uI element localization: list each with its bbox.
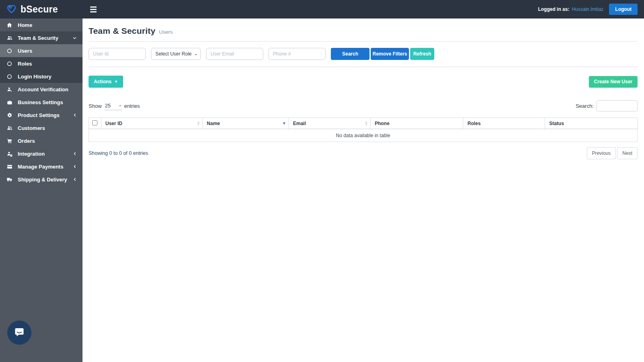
sidebar-item-shipping-delivery[interactable]: Shipping & Delivery	[0, 173, 83, 186]
sidebar-item-label: Users	[18, 48, 32, 54]
chevron-left-icon	[73, 177, 77, 181]
sidebar-item-label: Integration	[18, 151, 45, 157]
sidebar-item-label: Home	[18, 22, 32, 28]
sidebar-item-label: Roles	[18, 61, 32, 67]
divider	[89, 66, 638, 67]
toolbar: Actions ▼ Create New User	[89, 76, 638, 88]
sidebar: Home Team & Security Users Roles Login H…	[0, 19, 83, 362]
empty-table-message: No data available in table	[89, 129, 638, 142]
filter-bar: Select User Roles ⌄ Search Remove Filter…	[89, 48, 638, 60]
entries-label: entries	[124, 103, 140, 109]
sidebar-item-team-security[interactable]: Team & Security	[0, 31, 83, 44]
credit-card-icon	[6, 164, 13, 170]
column-header-name[interactable]: Name ▲▼	[202, 118, 289, 129]
breadcrumb: Team & Security Users	[89, 26, 638, 36]
sidebar-item-label: Shipping & Delivery	[18, 177, 67, 183]
user-id-input[interactable]	[89, 48, 146, 60]
search-button[interactable]: Search	[331, 48, 369, 60]
sidebar-item-integration[interactable]: Integration	[0, 147, 83, 160]
empty-table-row: No data available in table	[89, 129, 638, 142]
sidebar-item-label: Orders	[18, 138, 35, 144]
sidebar-item-label: Product Settings	[18, 112, 60, 118]
circle-icon	[6, 61, 13, 67]
truck-icon	[6, 177, 13, 183]
hamburger-menu-icon[interactable]	[90, 6, 97, 12]
column-header-phone[interactable]: Phone ▲▼	[370, 118, 463, 129]
entries-summary: Showing 0 to 0 of 0 entries	[89, 150, 148, 156]
logout-button[interactable]: Logout	[609, 4, 638, 15]
sidebar-item-label: Account Verification	[18, 86, 68, 93]
create-new-user-button[interactable]: Create New User	[589, 76, 638, 88]
sidebar-item-label: Login History	[18, 74, 52, 80]
user-roles-select[interactable]: Select User Roles ⌄	[151, 48, 201, 60]
chat-bubble-icon	[13, 325, 26, 340]
caret-down-icon: ▼	[114, 80, 118, 84]
sidebar-item-label: Customers	[18, 125, 45, 131]
chevron-down-icon	[72, 36, 77, 40]
briefcase-icon	[6, 99, 13, 105]
sidebar-item-home[interactable]: Home	[0, 19, 83, 31]
chevron-left-icon	[73, 152, 77, 156]
show-label: Show	[89, 103, 102, 109]
account-verification-icon	[6, 86, 13, 93]
column-header-email[interactable]: Email ▲▼	[289, 118, 371, 129]
previous-page-button[interactable]: Previous	[587, 147, 616, 159]
phone-input[interactable]	[268, 48, 326, 60]
sidebar-item-roles[interactable]: Roles	[0, 57, 83, 70]
divider	[89, 41, 638, 42]
sidebar-item-account-verification[interactable]: Account Verification	[0, 83, 83, 96]
sort-icon: ▲▼	[282, 121, 286, 125]
chevron-left-icon	[73, 113, 77, 117]
sidebar-item-manage-payments[interactable]: Manage Payments	[0, 160, 83, 173]
table-controls: Show 25 ⌄ entries Search:	[89, 100, 638, 111]
select-all-header	[89, 118, 101, 129]
column-header-roles[interactable]: Roles ▲▼	[463, 118, 545, 129]
page-subtitle: Users	[159, 29, 173, 35]
select-all-checkbox[interactable]	[92, 120, 97, 125]
users-table: User ID ▲▼ Name ▲▼ Email ▲▼ Phone ▲▼ Rol…	[89, 117, 638, 142]
brand-name: bSecure	[21, 4, 58, 15]
page-size-select[interactable]: 25 ⌄	[104, 102, 122, 110]
bsecure-heart-logo-icon	[6, 3, 17, 16]
chat-widget-button[interactable]	[7, 321, 31, 345]
page-title: Team & Security	[89, 26, 155, 36]
sidebar-item-label: Team & Security	[18, 35, 58, 41]
username-link[interactable]: Hussain.Imtiaz	[572, 6, 604, 12]
home-icon	[6, 22, 13, 28]
sort-icon: ▲▼	[197, 121, 200, 126]
main-content: Team & Security Users Select User Roles …	[83, 19, 644, 159]
sidebar-item-label: Manage Payments	[18, 164, 63, 170]
topbar: bSecure Logged in as: Hussain.Imtiaz Log…	[0, 0, 644, 19]
table-search-label: Search:	[576, 103, 594, 109]
sidebar-item-label: Business Settings	[18, 99, 63, 105]
next-page-button[interactable]: Next	[617, 147, 638, 159]
table-header-row: User ID ▲▼ Name ▲▼ Email ▲▼ Phone ▲▼ Rol…	[89, 118, 638, 129]
sort-icon: ▲▼	[365, 121, 368, 126]
customers-icon	[6, 125, 13, 131]
table-search-input[interactable]	[597, 100, 638, 111]
logged-in-as-label: Logged in as:	[538, 6, 570, 12]
brand-logo[interactable]: bSecure	[0, 3, 83, 16]
circle-icon	[6, 48, 13, 54]
sidebar-item-business-settings[interactable]: Business Settings	[0, 96, 83, 109]
user-gear-icon	[6, 151, 13, 157]
user-email-input[interactable]	[206, 48, 263, 60]
circle-icon	[6, 74, 13, 80]
sidebar-item-users[interactable]: Users	[0, 44, 83, 57]
sidebar-item-product-settings[interactable]: Product Settings	[0, 109, 83, 121]
sidebar-item-login-history[interactable]: Login History	[0, 70, 83, 83]
refresh-button[interactable]: Refresh	[410, 48, 434, 60]
cart-icon	[6, 138, 13, 144]
cogs-icon	[6, 112, 13, 118]
chevron-left-icon	[73, 165, 77, 169]
sidebar-item-customers[interactable]: Customers	[0, 121, 83, 134]
column-header-user-id[interactable]: User ID ▲▼	[101, 118, 202, 129]
remove-filters-button[interactable]: Remove Filters	[371, 48, 409, 60]
actions-dropdown-button[interactable]: Actions ▼	[89, 76, 123, 88]
sidebar-item-orders[interactable]: Orders	[0, 134, 83, 147]
team-icon	[6, 35, 13, 41]
table-footer: Showing 0 to 0 of 0 entries Previous Nex…	[89, 147, 638, 159]
column-header-status[interactable]: Status ▲▼	[545, 118, 638, 129]
